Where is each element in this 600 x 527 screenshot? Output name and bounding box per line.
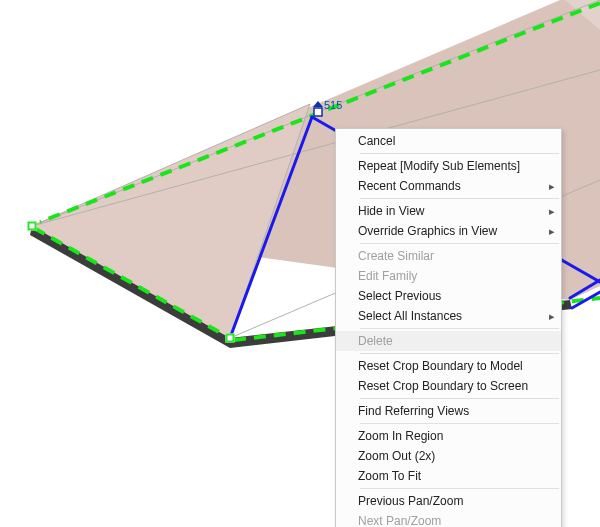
crop-grip-bottom[interactable] <box>226 334 235 343</box>
menu-item-label: Zoom Out (2x) <box>358 446 545 466</box>
context-menu: CancelRepeat [Modify Sub Elements]Recent… <box>335 128 562 527</box>
svg-rect-20 <box>314 108 322 116</box>
menu-item-label: Reset Crop Boundary to Screen <box>358 376 545 396</box>
menu-item-label: Delete <box>358 331 545 351</box>
menu-item-cancel[interactable]: Cancel <box>336 131 561 151</box>
menu-item-label: Select Previous <box>358 286 545 306</box>
menu-item-zoom-to-fit[interactable]: Zoom To Fit <box>336 466 561 486</box>
menu-item-label: Repeat [Modify Sub Elements] <box>358 156 545 176</box>
menu-item-label: Hide in View <box>358 201 545 221</box>
menu-item-label: Zoom In Region <box>358 426 545 446</box>
menu-separator <box>360 423 559 424</box>
menu-item-label: Create Similar <box>358 246 545 266</box>
chevron-right-icon: ▸ <box>545 306 555 326</box>
menu-item-edit-family: Edit Family <box>336 266 561 286</box>
chevron-right-icon: ▸ <box>545 221 555 241</box>
crop-grip-left[interactable] <box>28 222 37 231</box>
chevron-right-icon: ▸ <box>545 176 555 196</box>
menu-item-label: Edit Family <box>358 266 545 286</box>
menu-separator <box>360 328 559 329</box>
menu-separator <box>360 398 559 399</box>
menu-item-reset-crop-model[interactable]: Reset Crop Boundary to Model <box>336 356 561 376</box>
menu-item-zoom-in-region[interactable]: Zoom In Region <box>336 426 561 446</box>
menu-item-label: Select All Instances <box>358 306 545 326</box>
menu-item-reset-crop-screen[interactable]: Reset Crop Boundary to Screen <box>336 376 561 396</box>
menu-item-zoom-out-2x[interactable]: Zoom Out (2x) <box>336 446 561 466</box>
menu-separator <box>360 243 559 244</box>
menu-separator <box>360 153 559 154</box>
menu-item-label: Reset Crop Boundary to Model <box>358 356 545 376</box>
menu-separator <box>360 488 559 489</box>
menu-item-label: Cancel <box>358 131 545 151</box>
menu-item-find-ref-views[interactable]: Find Referring Views <box>336 401 561 421</box>
vertex-elevation-label: 515 <box>324 99 342 111</box>
menu-item-label: Zoom To Fit <box>358 466 545 486</box>
menu-item-next-pan-zoom: Next Pan/Zoom <box>336 511 561 527</box>
chevron-right-icon: ▸ <box>545 201 555 221</box>
menu-item-select-previous[interactable]: Select Previous <box>336 286 561 306</box>
svg-marker-19 <box>313 101 323 107</box>
menu-item-label: Find Referring Views <box>358 401 545 421</box>
menu-item-create-similar: Create Similar <box>336 246 561 266</box>
menu-item-label: Recent Commands <box>358 176 545 196</box>
menu-item-label: Next Pan/Zoom <box>358 511 545 527</box>
menu-item-label: Previous Pan/Zoom <box>358 491 545 511</box>
menu-item-select-all-inst[interactable]: Select All Instances▸ <box>336 306 561 326</box>
menu-item-delete: Delete <box>336 331 561 351</box>
menu-item-override-gfx[interactable]: Override Graphics in View▸ <box>336 221 561 241</box>
menu-separator <box>360 353 559 354</box>
menu-item-repeat[interactable]: Repeat [Modify Sub Elements] <box>336 156 561 176</box>
menu-item-hide-in-view[interactable]: Hide in View▸ <box>336 201 561 221</box>
menu-item-recent[interactable]: Recent Commands▸ <box>336 176 561 196</box>
menu-item-label: Override Graphics in View <box>358 221 545 241</box>
menu-item-prev-pan-zoom[interactable]: Previous Pan/Zoom <box>336 491 561 511</box>
menu-separator <box>360 198 559 199</box>
